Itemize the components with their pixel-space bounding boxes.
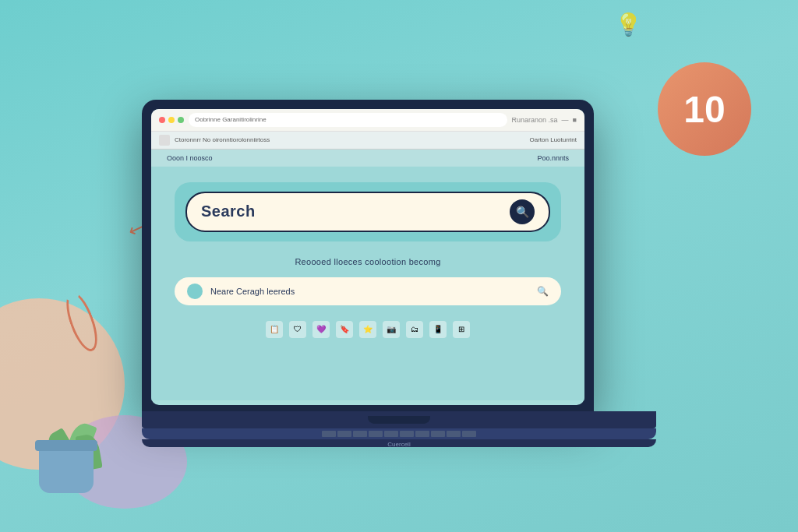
- key: [369, 430, 383, 436]
- minimize-window-dot[interactable]: [168, 116, 175, 122]
- browser-chrome: Oobrinne Garanitirolinrine Runaranon .sa…: [151, 108, 584, 131]
- laptop-keyboard: Cuercell: [142, 428, 656, 439]
- laptop-hinge: [142, 410, 656, 428]
- page-nav-right: Poo.nnnts: [537, 153, 569, 161]
- tab-title: Ctoronnrr No oironntiorolonniirtoss: [175, 136, 270, 143]
- laptop: Oobrinne Garanitirolinrine Runaranon .sa…: [142, 99, 656, 446]
- search-bar[interactable]: Search 🔍: [185, 191, 550, 231]
- key: [431, 430, 445, 436]
- key: [400, 430, 414, 436]
- window-controls: [159, 116, 184, 122]
- toolbar-icon-mobile[interactable]: 📱: [429, 320, 447, 337]
- notification-badge: 10: [658, 62, 751, 156]
- tab-right-text: Oarton Luoturrint: [530, 136, 577, 143]
- laptop-brand: Cuercell: [142, 439, 656, 447]
- secondary-search-text: Neare Ceragh leereds: [210, 286, 529, 295]
- laptop-camera-notch: [368, 415, 430, 423]
- lightbulb-icon: 💡: [615, 12, 642, 37]
- page-nav-left: Ooon I noosco: [167, 153, 213, 161]
- plant-decoration: [39, 446, 94, 493]
- toolbar-icon-bookmark[interactable]: 🔖: [336, 320, 353, 337]
- bottom-toolbar: 📋 🛡 💜 🔖 ⭐ 📷 🗂 📱 ⊞: [175, 317, 561, 340]
- toolbar-icon-folder[interactable]: 🗂: [406, 320, 423, 337]
- key: [415, 430, 429, 436]
- keyboard-row: [142, 428, 656, 439]
- nav-right-text: Runaranon .sa: [512, 115, 558, 123]
- minimize-icon: —: [562, 115, 569, 123]
- toolbar-icon-clipboard[interactable]: 📋: [266, 320, 283, 337]
- laptop-screen-frame: Oobrinne Garanitirolinrine Runaranon .sa…: [142, 99, 594, 410]
- key: [353, 430, 367, 436]
- key: [462, 430, 476, 436]
- page-content: Search 🔍 Reoooed lloeces coolootion beco…: [151, 166, 584, 400]
- browser-url-bar[interactable]: Oobrinne Garanitirolinrine: [189, 112, 507, 126]
- secondary-search-icon: 🔍: [537, 285, 549, 296]
- search-icon: 🔍: [516, 205, 529, 217]
- tab-favicon: [159, 134, 170, 145]
- toolbar-icon-heart[interactable]: 💜: [312, 320, 330, 337]
- search-outer-container: Search 🔍: [175, 181, 561, 241]
- key: [337, 430, 351, 436]
- laptop-screen: Oobrinne Garanitirolinrine Runaranon .sa…: [151, 108, 584, 404]
- browser-nav: Runaranon .sa — ■: [512, 115, 577, 123]
- browser-tabs-bar: Ctoronnrr No oironntiorolonniirtoss Oart…: [151, 131, 584, 149]
- url-text: Oobrinne Garanitirolinrine: [195, 116, 267, 123]
- plant-pot: [39, 446, 94, 493]
- toolbar-icon-grid[interactable]: ⊞: [453, 320, 470, 337]
- search-label: Search: [201, 203, 256, 220]
- subtitle-text: Reoooed lloeces coolootion becomg: [175, 256, 561, 266]
- close-icon: ■: [573, 115, 577, 123]
- secondary-search-bar[interactable]: Neare Ceragh leereds 🔍: [175, 277, 561, 305]
- page-nav-bar: Ooon I noosco Poo.nnnts: [151, 149, 584, 166]
- search-dot-icon: [187, 283, 203, 298]
- toolbar-icon-camera[interactable]: 📷: [383, 320, 400, 337]
- key: [322, 430, 336, 436]
- close-window-dot[interactable]: [159, 116, 165, 122]
- key: [447, 430, 461, 436]
- search-button[interactable]: 🔍: [510, 199, 535, 224]
- key: [384, 430, 398, 436]
- toolbar-icon-shield[interactable]: 🛡: [289, 320, 306, 337]
- maximize-window-dot[interactable]: [178, 116, 184, 122]
- toolbar-icon-star[interactable]: ⭐: [359, 320, 376, 337]
- badge-number: 10: [683, 88, 725, 131]
